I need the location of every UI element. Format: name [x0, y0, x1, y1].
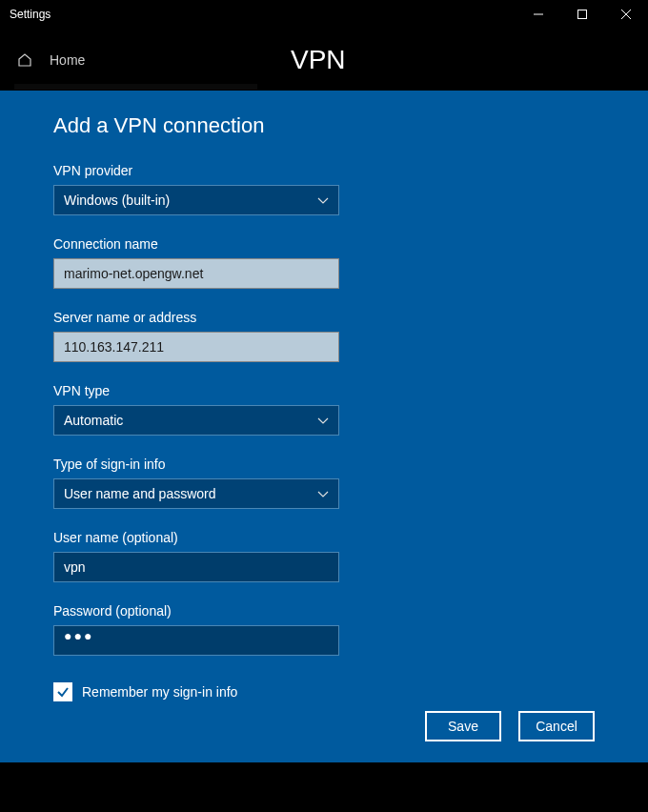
check-icon	[56, 685, 70, 699]
connection-name-label: Connection name	[53, 236, 595, 252]
remember-row: Remember my sign-in info	[53, 682, 595, 701]
window-title: Settings	[10, 8, 51, 21]
minimize-icon	[534, 10, 543, 19]
page-title: VPN	[291, 45, 346, 75]
button-row: Save Cancel	[425, 711, 595, 741]
minimize-button[interactable]	[516, 0, 560, 29]
vpn-type-select[interactable]: Automatic	[53, 405, 339, 436]
titlebar: Settings	[0, 0, 648, 29]
remember-checkbox[interactable]	[53, 682, 72, 701]
field-vpn-type: VPN type Automatic	[53, 383, 595, 436]
save-button[interactable]: Save	[425, 711, 501, 741]
vpn-provider-label: VPN provider	[53, 163, 595, 178]
remember-label: Remember my sign-in info	[82, 684, 237, 700]
vpn-provider-select[interactable]: Windows (built-in)	[53, 185, 339, 215]
chevron-down-icon	[317, 486, 329, 501]
vpn-type-label: VPN type	[53, 383, 595, 398]
username-label: User name (optional)	[53, 530, 595, 545]
field-connection-name: Connection name	[53, 236, 595, 289]
server-label: Server name or address	[53, 310, 595, 325]
chevron-down-icon	[317, 193, 329, 208]
home-icon	[17, 52, 32, 68]
maximize-button[interactable]	[560, 0, 604, 29]
vpn-add-panel: Add a VPN connection VPN provider Window…	[0, 91, 648, 762]
server-input[interactable]	[53, 332, 339, 362]
cancel-button[interactable]: Cancel	[518, 711, 595, 741]
chevron-down-icon	[317, 413, 329, 428]
settings-header: Home VPN	[0, 29, 648, 91]
field-signin-type: Type of sign-in info User name and passw…	[53, 457, 595, 509]
signin-type-select[interactable]: User name and password	[53, 478, 339, 509]
window-controls	[516, 0, 648, 29]
svg-rect-1	[578, 10, 587, 19]
password-input[interactable]: ●●●	[53, 625, 339, 656]
close-icon	[621, 10, 631, 19]
connection-name-input[interactable]	[53, 258, 339, 289]
field-password: Password (optional) ●●●	[53, 603, 595, 656]
home-link[interactable]: Home	[50, 52, 85, 68]
vpn-type-value: Automatic	[64, 413, 123, 428]
field-username: User name (optional)	[53, 530, 595, 582]
sidebar-header[interactable]: Home	[0, 29, 278, 91]
signin-type-label: Type of sign-in info	[53, 457, 595, 472]
vpn-provider-value: Windows (built-in)	[64, 193, 170, 208]
close-button[interactable]	[604, 0, 648, 29]
username-input[interactable]	[53, 552, 339, 582]
password-label: Password (optional)	[53, 603, 595, 619]
signin-type-value: User name and password	[64, 486, 216, 501]
field-vpn-provider: VPN provider Windows (built-in)	[53, 163, 595, 215]
field-server: Server name or address	[53, 310, 595, 362]
search-box-placeholder	[14, 84, 257, 90]
panel-title: Add a VPN connection	[53, 113, 595, 138]
maximize-icon	[577, 10, 587, 19]
